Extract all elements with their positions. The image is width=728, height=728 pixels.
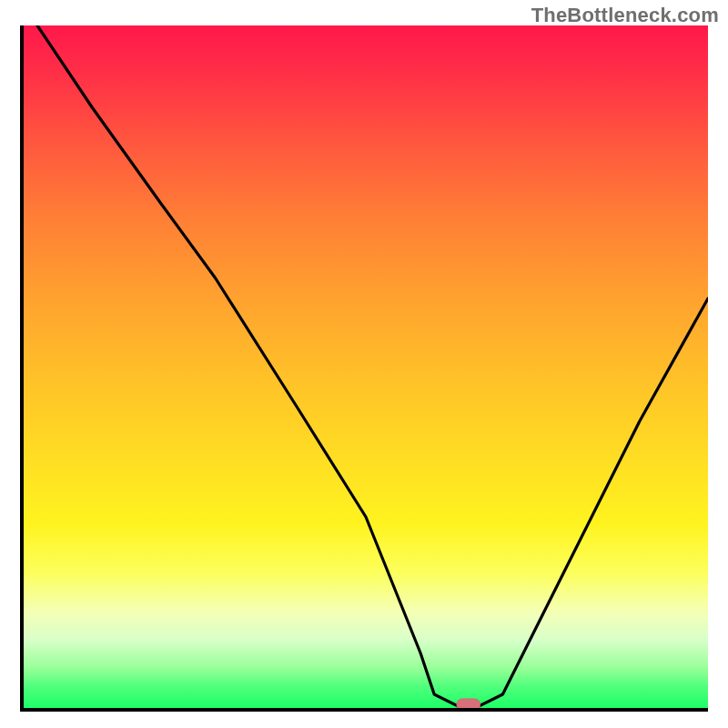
curve-svg (24, 25, 708, 708)
watermark-label: TheBottleneck.com (531, 4, 719, 27)
optimum-marker (457, 699, 480, 708)
plot-area (20, 25, 708, 712)
chart-container: TheBottleneck.com (0, 0, 728, 728)
bottleneck-curve (37, 25, 708, 708)
